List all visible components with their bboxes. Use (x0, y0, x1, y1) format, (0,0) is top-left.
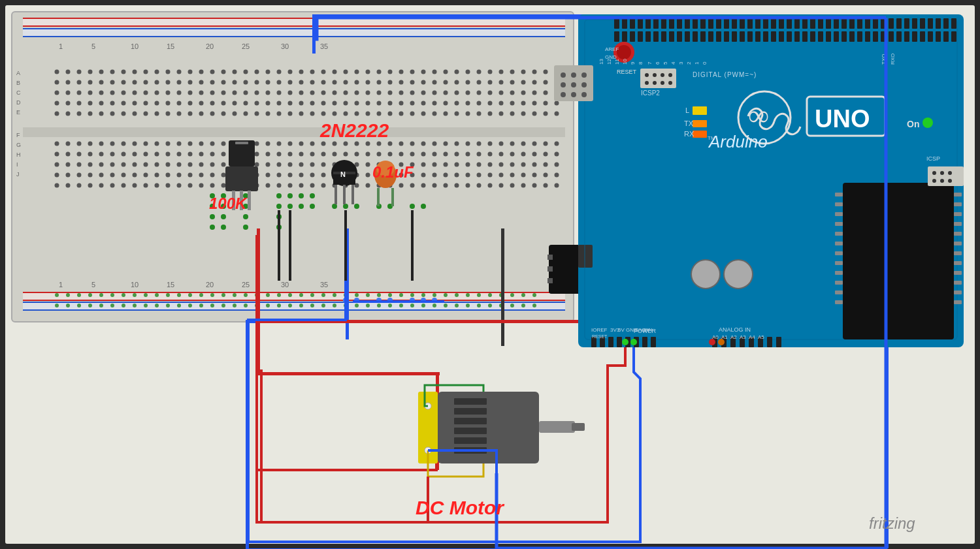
svg-rect-712 (638, 31, 643, 42)
svg-rect-800 (835, 251, 843, 255)
svg-point-385 (288, 163, 293, 167)
circuit-svg: 1 5 10 15 20 25 30 35 1 5 10 15 20 25 30… (0, 0, 980, 549)
svg-point-360 (521, 152, 526, 157)
svg-text:A: A (16, 70, 20, 76)
svg-text:RESET: RESET (592, 334, 608, 339)
svg-point-382 (255, 163, 259, 167)
svg-point-577 (399, 304, 403, 307)
svg-point-606 (332, 204, 337, 209)
svg-point-293 (288, 142, 293, 146)
svg-rect-898 (539, 421, 575, 433)
svg-point-149 (233, 91, 237, 95)
svg-point-496 (499, 183, 504, 188)
svg-point-156 (310, 91, 315, 95)
svg-point-478 (299, 183, 304, 188)
svg-point-499 (532, 183, 537, 188)
svg-text:H: H (16, 151, 21, 158)
svg-point-320 (77, 152, 82, 157)
svg-rect-811 (617, 337, 622, 347)
svg-rect-717 (677, 31, 682, 42)
svg-point-825 (630, 339, 637, 345)
svg-point-208 (377, 101, 382, 106)
svg-point-525 (310, 293, 314, 297)
svg-rect-674 (685, 18, 690, 29)
svg-point-362 (544, 152, 548, 157)
svg-text:9: 9 (630, 61, 636, 65)
svg-point-337 (266, 152, 270, 157)
svg-point-417 (133, 173, 137, 178)
svg-point-56 (221, 70, 226, 74)
svg-rect-730 (779, 31, 784, 42)
svg-point-131 (544, 80, 548, 85)
svg-point-305 (421, 142, 426, 146)
svg-point-488 (410, 183, 415, 188)
svg-point-877 (571, 92, 576, 97)
svg-point-347 (377, 152, 382, 157)
svg-point-419 (155, 173, 159, 178)
svg-point-285 (199, 142, 204, 146)
svg-point-404 (499, 163, 504, 167)
svg-text:AREF: AREF (605, 46, 619, 52)
svg-text:G: G (16, 142, 21, 148)
svg-point-383 (266, 163, 270, 167)
svg-rect-727 (755, 31, 760, 42)
svg-point-151 (255, 91, 259, 95)
svg-point-150 (244, 91, 248, 95)
svg-point-144 (177, 91, 182, 95)
svg-point-296 (321, 142, 326, 146)
svg-point-467 (177, 183, 182, 188)
svg-point-550 (99, 304, 103, 307)
svg-point-574 (366, 304, 370, 307)
svg-text:35: 35 (320, 42, 328, 50)
svg-point-576 (388, 304, 392, 307)
svg-point-421 (177, 173, 182, 178)
svg-point-411 (66, 173, 71, 178)
svg-rect-756 (640, 69, 676, 88)
svg-rect-698 (873, 18, 878, 29)
svg-text:VIN: VIN (644, 327, 653, 333)
svg-point-373 (155, 163, 159, 167)
svg-point-127 (499, 80, 504, 85)
svg-text:E: E (16, 109, 20, 116)
svg-rect-644 (312, 14, 316, 54)
svg-point-152 (266, 91, 270, 95)
svg-point-330 (188, 152, 193, 157)
svg-point-608 (354, 204, 359, 209)
svg-point-112 (333, 80, 337, 85)
svg-text:DIGITAL (PWM=~): DIGITAL (PWM=~) (693, 71, 757, 78)
svg-point-616 (310, 204, 315, 209)
svg-point-88 (66, 80, 71, 85)
svg-rect-799 (835, 242, 843, 245)
svg-rect-715 (661, 31, 666, 42)
svg-point-306 (433, 142, 437, 146)
svg-point-602 (276, 193, 282, 198)
svg-rect-271 (23, 127, 565, 137)
svg-point-220 (510, 101, 515, 106)
svg-point-370 (122, 163, 126, 167)
svg-point-91 (99, 80, 104, 85)
svg-rect-628 (235, 142, 248, 144)
svg-point-105 (255, 80, 259, 85)
svg-point-62 (288, 70, 293, 74)
svg-rect-677 (708, 18, 713, 29)
svg-point-291 (266, 142, 270, 146)
svg-rect-729 (771, 31, 776, 42)
svg-text:IOREF: IOREF (591, 327, 608, 333)
svg-point-384 (277, 163, 282, 167)
svg-point-361 (532, 152, 537, 157)
svg-point-74 (421, 70, 426, 74)
svg-point-188 (155, 101, 159, 106)
svg-point-341 (310, 152, 315, 157)
svg-point-136 (88, 91, 93, 95)
svg-rect-786 (954, 232, 962, 236)
svg-point-521 (266, 293, 270, 297)
svg-point-556 (166, 304, 170, 307)
svg-point-443 (421, 173, 426, 178)
svg-point-214 (444, 101, 448, 106)
svg-point-445 (444, 173, 448, 178)
svg-rect-751 (943, 31, 949, 42)
svg-point-179 (55, 101, 59, 106)
svg-point-365 (66, 163, 71, 167)
svg-point-470 (210, 183, 215, 188)
circuit-diagram: 1 5 10 15 20 25 30 35 1 5 10 15 20 25 30… (0, 0, 980, 549)
